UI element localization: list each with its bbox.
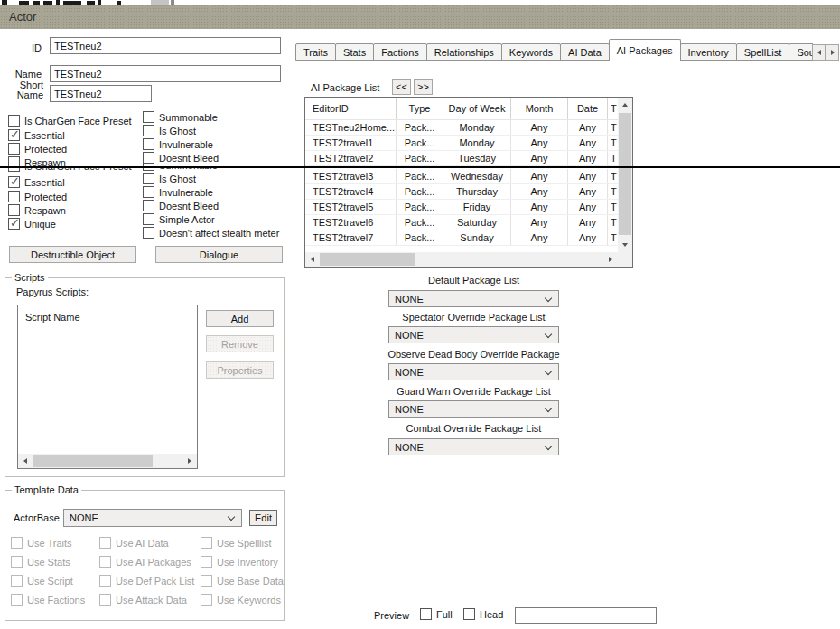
- chevron-down-icon: [545, 295, 552, 302]
- destructible-object-button[interactable]: Destructible Object: [9, 246, 136, 263]
- ai-package-table: EditorID Type Day of Week Month Date T T…: [304, 97, 633, 268]
- preview-input[interactable]: [515, 607, 657, 624]
- checkbox-is-chargen-face-preset-clipped[interactable]: Is CharGen Face Preset: [8, 168, 132, 172]
- id-input[interactable]: [50, 37, 281, 54]
- short-name-label: Short Name: [9, 80, 43, 100]
- checkbox-box: [143, 213, 154, 225]
- shift-package-right-button[interactable]: >>: [414, 79, 433, 95]
- tab-ai-packages[interactable]: AI Packages: [609, 39, 681, 61]
- checkbox-respawn[interactable]: Respawn: [8, 156, 66, 166]
- checkbox-essential[interactable]: Essential: [8, 176, 65, 188]
- tab-traits[interactable]: Traits: [295, 43, 336, 61]
- scrollbar-thumb[interactable]: [33, 455, 153, 467]
- checkbox-essential[interactable]: Essential: [8, 129, 65, 141]
- checkbox-use-ai-data: Use AI Data: [99, 537, 169, 549]
- tab-inventory[interactable]: Inventory: [680, 43, 737, 61]
- screen-tear-artifact: [0, 166, 840, 168]
- guard-warn-override-combo[interactable]: NONE: [388, 400, 559, 418]
- checkbox-is-chargen-face-preset[interactable]: Is CharGen Face Preset: [8, 115, 132, 127]
- checkbox-simple-actor[interactable]: Simple Actor: [143, 213, 215, 225]
- scroll-left-icon[interactable]: [305, 252, 320, 267]
- script-properties-button: Properties: [206, 361, 274, 379]
- window-title-bar[interactable]: Actor: [0, 5, 840, 29]
- column-header-type[interactable]: Type: [397, 98, 443, 119]
- checkbox-box: [143, 227, 154, 239]
- scroll-right-icon[interactable]: [182, 454, 197, 468]
- tab-keywords[interactable]: Keywords: [501, 43, 561, 61]
- tab-stats[interactable]: Stats: [335, 43, 374, 61]
- spectator-override-combo[interactable]: NONE: [388, 326, 559, 343]
- table-row[interactable]: TEST2travel3Pack...WednesdayAnyAnyT: [305, 169, 618, 184]
- tab-ai-data[interactable]: AI Data: [560, 43, 610, 61]
- checkbox-box: [11, 575, 23, 587]
- scrollbar-thumb[interactable]: [320, 253, 415, 266]
- scripts-group-label: Scripts: [12, 272, 48, 283]
- checkbox-summonable[interactable]: Summonable: [143, 111, 218, 123]
- checkbox-doesnt-bleed[interactable]: Doesnt Bleed: [143, 200, 219, 211]
- column-header-day-of-week[interactable]: Day of Week: [443, 98, 511, 119]
- scrollbar-thumb[interactable]: [619, 113, 631, 235]
- checkbox-box: [11, 556, 23, 568]
- tab-factions[interactable]: Factions: [373, 43, 427, 61]
- checkbox-invulnerable[interactable]: Invulnerable: [143, 186, 213, 198]
- edit-actorbase-button[interactable]: Edit: [249, 510, 277, 526]
- checkbox-doesnt-affect-stealth-meter[interactable]: Doesn't affect stealth meter: [143, 227, 279, 239]
- table-row[interactable]: TEST2travel6Pack...SaturdayAnyAnyT: [305, 215, 618, 230]
- table-row[interactable]: TEST2travel4Pack...ThursdayAnyAnyT: [305, 184, 618, 200]
- add-script-button[interactable]: Add: [206, 310, 274, 327]
- checkbox-box: [201, 594, 212, 606]
- checkbox-respawn[interactable]: Respawn: [8, 204, 66, 216]
- checkbox-protected[interactable]: Protected: [8, 143, 67, 155]
- checkbox-box: [143, 138, 154, 150]
- scripts-horizontal-scrollbar[interactable]: [18, 454, 197, 468]
- column-header-editorid[interactable]: EditorID: [305, 98, 397, 119]
- tab-relationships[interactable]: Relationships: [426, 43, 502, 61]
- table-row[interactable]: TEST2travel5Pack...FridayAnyAnyT: [305, 200, 618, 215]
- table-row[interactable]: TEST2travel7Pack...SundayAnyAnyT: [305, 230, 618, 246]
- column-header-month[interactable]: Month: [511, 98, 568, 119]
- column-header-date[interactable]: Date: [568, 98, 608, 119]
- checkbox-invulnerable[interactable]: Invulnerable: [143, 138, 213, 150]
- combat-override-combo[interactable]: NONE: [388, 438, 559, 455]
- table-row[interactable]: TEST2travel1Pack...MondayAnyAnyT: [305, 136, 618, 151]
- observe-dead-body-override-combo[interactable]: NONE: [388, 363, 559, 380]
- observe-dead-body-override-label: Observe Dead Body Override Package: [379, 349, 568, 360]
- checkbox-summonable-clipped[interactable]: Summonable: [143, 168, 218, 171]
- checkbox-preview-head[interactable]: Head: [463, 608, 503, 620]
- scroll-up-icon[interactable]: [618, 98, 632, 112]
- table-row[interactable]: TEST2travel2Pack...TuesdayAnyAnyT: [305, 151, 618, 166]
- papyrus-scripts-list[interactable]: Script Name: [17, 305, 198, 469]
- table-row[interactable]: TESTneu2Home...Pack...MondayAnyAnyT: [305, 120, 618, 136]
- checkbox-box: [143, 186, 154, 198]
- checkbox-is-ghost[interactable]: Is Ghost: [143, 173, 196, 184]
- default-package-list-combo[interactable]: NONE: [388, 290, 559, 307]
- table-horizontal-scrollbar[interactable]: [305, 252, 618, 267]
- dialogue-button[interactable]: Dialogue: [155, 246, 283, 263]
- short-name-input[interactable]: [50, 85, 152, 102]
- tab-sounds[interactable]: Sounds: [789, 43, 813, 61]
- actorbase-label: ActorBase: [14, 512, 60, 523]
- scroll-right-icon[interactable]: [603, 252, 618, 267]
- checkbox-box: [8, 143, 20, 155]
- checkbox-doesnt-bleed[interactable]: Doesnt Bleed: [143, 152, 219, 164]
- remove-script-button: Remove: [206, 335, 274, 352]
- scrollbar-corner: [618, 252, 632, 267]
- actorbase-combo[interactable]: NONE: [63, 509, 242, 527]
- checkbox-box: [11, 537, 23, 549]
- scroll-left-icon[interactable]: [18, 454, 33, 468]
- checkbox-protected[interactable]: Protected: [8, 191, 67, 202]
- tab-spelllist[interactable]: SpellList: [736, 43, 790, 61]
- table-vertical-scrollbar[interactable]: [618, 98, 632, 252]
- checkbox-is-ghost[interactable]: Is Ghost: [143, 125, 196, 136]
- chevron-down-icon: [545, 405, 552, 412]
- checkbox-preview-full[interactable]: Full: [420, 608, 453, 620]
- checkbox-use-ai-packages: Use AI Packages: [99, 556, 191, 568]
- tab-scroll-right-icon[interactable]: [826, 44, 839, 61]
- column-header-time-clipped[interactable]: T: [608, 98, 618, 119]
- checkbox-unique[interactable]: Unique: [8, 218, 56, 230]
- shift-package-left-button[interactable]: <<: [392, 79, 411, 95]
- tab-scroll-left-icon[interactable]: [812, 44, 826, 61]
- name-input[interactable]: [50, 65, 281, 82]
- checkbox-use-base-data: Use Base Data: [201, 575, 284, 587]
- scroll-down-icon[interactable]: [618, 238, 632, 252]
